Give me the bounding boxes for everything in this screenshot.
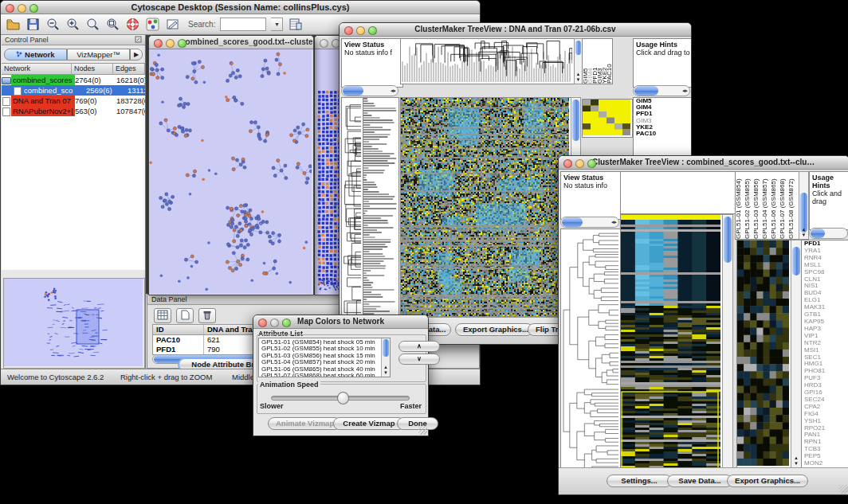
export-graphics-button[interactable]: Export Graphics... — [455, 323, 533, 336]
tab-vizmapper[interactable]: VizMapper™ — [67, 49, 130, 61]
zoom-in-icon[interactable] — [65, 17, 80, 32]
zoom-button[interactable] — [178, 39, 186, 48]
close-button[interactable] — [563, 159, 572, 168]
network-overview-panel[interactable] — [3, 278, 145, 369]
usage-hints-scrollbar[interactable] — [809, 228, 848, 239]
gene-label[interactable]: MON2 — [804, 460, 848, 467]
search-input[interactable] — [220, 18, 266, 31]
column-tree-panel[interactable] — [620, 171, 736, 214]
new-attribute-icon[interactable] — [176, 308, 194, 323]
view-status-scrollbar[interactable]: ◂▸ — [560, 217, 619, 228]
gene-dendrogram-panel[interactable] — [560, 229, 621, 482]
usage-hints-title: Usage Hints — [812, 174, 834, 189]
detail-vscrollbar[interactable]: ▲▼ — [791, 240, 802, 468]
resize-grip[interactable] — [839, 485, 848, 494]
select-attributes-icon[interactable] — [154, 308, 171, 323]
window-controls[interactable] — [344, 26, 377, 35]
column-dendrogram-panel[interactable] — [400, 38, 575, 84]
slider-thumb[interactable] — [337, 392, 349, 404]
window-controls[interactable] — [258, 318, 291, 327]
settings-button[interactable]: Settings... — [607, 475, 672, 487]
minimize-button[interactable] — [356, 26, 365, 35]
zoom-button[interactable] — [368, 26, 377, 35]
resize-grip[interactable] — [418, 426, 427, 435]
col-edges[interactable]: Edges — [113, 64, 145, 74]
save-icon[interactable] — [26, 17, 41, 32]
zoom-button[interactable] — [282, 318, 291, 327]
network-view-1-canvas[interactable] — [149, 49, 312, 294]
usage-hints-scrollbar[interactable]: ◂▸ — [633, 85, 690, 96]
row-dendrogram-panel[interactable] — [341, 97, 363, 322]
col-nodes[interactable]: Nodes — [72, 64, 113, 74]
window-controls[interactable] — [563, 159, 596, 168]
column-dendrogram-canvas[interactable] — [401, 39, 572, 82]
minimize-button[interactable] — [575, 159, 584, 168]
network-table-row[interactable]: combined_scores2764(0)16218(0) — [2, 75, 145, 85]
attribute-list[interactable]: GPL51-01 (GSM854) heat shock 05 minGPL51… — [258, 338, 391, 377]
treeview1-titlebar[interactable]: ClusterMaker TreeView : DNA and Tran 07-… — [340, 23, 691, 37]
minimize-button[interactable] — [166, 39, 175, 48]
window-controls[interactable] — [154, 39, 186, 48]
delete-attribute-icon[interactable] — [198, 308, 216, 323]
close-button[interactable] — [344, 26, 353, 35]
close-button[interactable] — [258, 318, 267, 327]
close-button[interactable] — [6, 4, 14, 13]
row-dendrogram-canvas[interactable] — [342, 98, 361, 320]
network-table-row[interactable]: RNAPuberNov2+|563(0)107847(0) — [2, 106, 145, 116]
tab-network[interactable]: Network — [4, 49, 67, 61]
export-graphics-button[interactable]: Export Graphics... — [727, 475, 808, 487]
move-up-button[interactable]: ∧ — [398, 341, 440, 352]
gene-dendrogram-canvas[interactable] — [561, 229, 618, 479]
move-down-button[interactable]: ∨ — [398, 354, 440, 365]
zoom-button[interactable] — [587, 159, 596, 168]
vizmap-nodes-icon[interactable] — [145, 17, 160, 32]
view-status-scrollbar[interactable]: ◂▸ — [341, 85, 398, 96]
heatmap-main-panel[interactable] — [620, 214, 723, 482]
heatmap-main-canvas[interactable] — [401, 98, 569, 320]
network-window-1-titlebar[interactable]: combined_scores_good.txt--cluste... — [149, 36, 313, 49]
create-vizmap-button[interactable]: Create Vizmap — [333, 417, 405, 430]
attribute-browser-icon[interactable] — [288, 17, 303, 32]
done-button[interactable]: Done — [397, 417, 438, 430]
row-labels-canvas — [363, 98, 397, 320]
heatmap-vscrollbar[interactable]: ▲▼ — [722, 214, 733, 482]
network-table-row[interactable]: combined_sco2569(6)13112(15) — [2, 85, 145, 96]
dialog-titlebar[interactable]: Map Colors to Network — [253, 315, 428, 329]
col-id[interactable]: ID — [153, 325, 204, 334]
col-network[interactable]: Network — [2, 64, 72, 74]
network-table-row[interactable]: DNA and Tran 07769(0)183728(0) — [2, 96, 145, 106]
save-data-button[interactable]: Save Data... — [667, 475, 732, 487]
attribute-list-item[interactable]: GPL51-07 (GSM868) heat shock 60 min — [261, 373, 390, 377]
detail-heatmap-panel[interactable] — [582, 99, 633, 138]
gene-label[interactable]: PAC10 — [636, 131, 691, 137]
help-lifebuoy-icon[interactable] — [125, 17, 140, 32]
animation-speed-slider[interactable] — [271, 396, 410, 400]
column-labels-scrollbar[interactable]: ▲▼ — [799, 171, 809, 240]
heatmap-main-panel[interactable] — [400, 97, 571, 322]
row-labels-strip[interactable] — [363, 97, 399, 322]
close-button[interactable] — [154, 39, 163, 48]
attribute-list-scrollbar[interactable]: ▲▼ — [381, 338, 390, 377]
detail-heatmap-canvas[interactable] — [737, 240, 789, 466]
animate-vizmap-button[interactable]: Animate Vizmap — [268, 417, 341, 430]
network-overview-canvas[interactable] — [4, 279, 143, 366]
array-column-labels: GPL51-01 (GSM854)GPL51-02 (GSM855)GPL51-… — [735, 171, 799, 240]
rotated-column-label: GPL51-02 (GSM855) — [744, 172, 753, 239]
treeview2-titlebar[interactable]: ClusterMaker TreeView : combined_scores_… — [559, 156, 848, 170]
heatmap-main-canvas[interactable] — [621, 215, 720, 479]
zoom-selected-icon[interactable] — [105, 17, 120, 32]
detail-heatmap-panel[interactable] — [736, 240, 791, 468]
zoom-out-icon[interactable] — [45, 17, 61, 32]
open-folder-icon[interactable] — [6, 17, 21, 32]
zoom-button[interactable] — [29, 4, 38, 13]
main-title-bar[interactable]: Cytoscape Desktop (Session Name: collins… — [1, 1, 480, 14]
tab-overflow-arrow[interactable]: ▶ — [130, 49, 143, 61]
detail-heatmap-canvas[interactable] — [583, 100, 630, 135]
search-dropdown-arrow[interactable]: ▼ — [271, 18, 283, 31]
minimize-button[interactable] — [18, 4, 26, 13]
annotation-icon[interactable] — [165, 17, 180, 32]
minimize-button[interactable] — [270, 318, 279, 327]
zoom-fit-icon[interactable] — [85, 17, 100, 32]
window-controls[interactable] — [6, 4, 38, 13]
float-panel-icon[interactable] — [135, 36, 142, 43]
